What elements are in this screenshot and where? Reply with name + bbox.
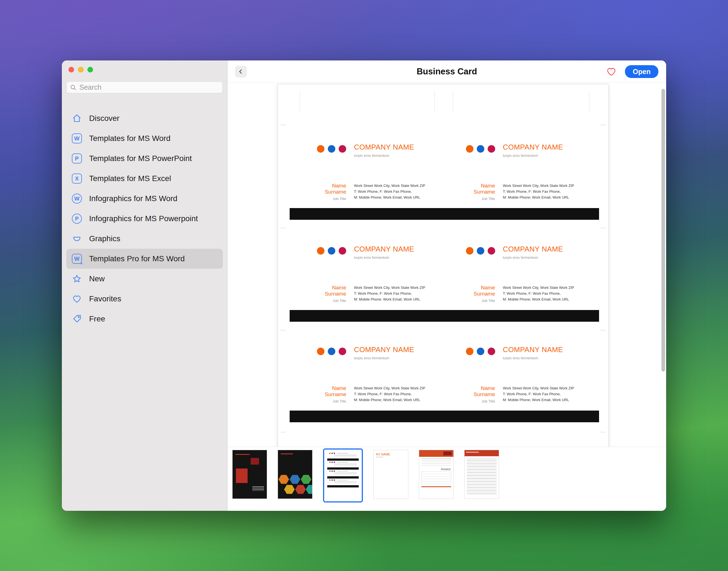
phone-line: T: Work Phone, F: Work Fax Phone, [354, 291, 460, 296]
sidebar-nav: Discover W Templates for MS Word P Templ… [66, 108, 223, 329]
sidebar-item-favorites[interactable]: Favorites [66, 289, 223, 309]
sidebar-item-label: Infographics for MS Word [89, 194, 177, 203]
address-line: Work Street Work City, Work State Work Z… [354, 183, 460, 189]
window-controls [69, 67, 93, 73]
word-plus-icon: W + [71, 253, 83, 264]
template-thumbnail-6[interactable] [464, 450, 499, 499]
excel-square-icon: X [71, 173, 83, 184]
company-name: COMPANY NAME [503, 345, 609, 354]
person-name: Name Surname [460, 183, 495, 195]
word-square-icon: W [71, 133, 83, 144]
search-field[interactable] [66, 81, 223, 93]
template-thumbnail-1[interactable] [232, 450, 267, 499]
phone-line: T: Work Phone, F: Work Fax Phone, [354, 189, 460, 195]
zoom-button[interactable] [88, 67, 93, 73]
brand-dots-icon [460, 247, 495, 255]
sidebar-item-label: Graphics [89, 234, 120, 243]
minimize-button[interactable] [78, 67, 84, 73]
search-input[interactable] [79, 83, 219, 91]
phone-line: T: Work Phone, F: Work Fax Phone, [354, 391, 460, 397]
sidebar-item-graphics[interactable]: Graphics [66, 229, 223, 249]
business-card-preview: COMPANY NAME turpis eros fermentum Name … [311, 345, 460, 403]
job-title: Job Title [460, 299, 495, 303]
job-title: Job Title [460, 197, 495, 201]
guide-line [453, 91, 453, 112]
sidebar: Discover W Templates for MS Word P Templ… [62, 61, 228, 511]
sidebar-item-label: Free [89, 315, 105, 323]
card-sheet-divider [290, 310, 599, 322]
sidebar-item-label: Discover [89, 114, 119, 123]
house-icon [71, 113, 83, 124]
brand-dots-icon [460, 348, 495, 355]
job-title: Job Title [460, 399, 495, 403]
mobile-line: M: Mobile Phone; Work Email, Work URL [503, 195, 609, 200]
app-window: Discover W Templates for MS Word P Templ… [62, 61, 666, 511]
job-title: Job Title [311, 197, 346, 201]
crop-mark [280, 432, 286, 432]
crop-mark [600, 432, 606, 432]
sidebar-item-free[interactable]: Free [66, 309, 223, 329]
brand-dots-icon [311, 145, 346, 153]
main-panel: Business Card Open [228, 61, 666, 511]
card-row: COMPANY NAME turpis eros fermentum Name … [278, 345, 608, 422]
sidebar-item-infographics-word[interactable]: W Infographics for MS Word [66, 189, 223, 209]
guide-line [435, 91, 435, 112]
company-tagline: turpis eros fermentum [354, 255, 460, 260]
sidebar-item-infographics-powerpoint[interactable]: P Infographics for MS Powerpoint [66, 209, 223, 229]
card-row: COMPANY NAME turpis eros fermentum Name … [278, 245, 608, 322]
job-title: Job Title [311, 399, 346, 403]
powerpoint-circle-icon: P [71, 213, 83, 224]
mobile-line: M: Mobile Phone; Work Email, Work URL [503, 397, 609, 403]
card-row: COMPANY NAME turpis eros fermentum Name … [278, 143, 608, 220]
favorite-heart-button[interactable] [606, 67, 617, 77]
scrollbar-thumb[interactable] [661, 89, 665, 371]
crop-mark [600, 125, 606, 125]
crop-mark [600, 330, 606, 330]
sidebar-item-templates-word[interactable]: W Templates for MS Word [66, 128, 223, 148]
sidebar-item-new[interactable]: New [66, 269, 223, 289]
business-card-preview: COMPANY NAME turpis eros fermentum Name … [311, 245, 460, 303]
sidebar-item-templates-excel[interactable]: X Templates for MS Excel [66, 168, 223, 189]
phone-line: T: Work Phone, F: Work Fax Phone, [503, 291, 609, 296]
sidebar-item-label: Templates for MS Excel [89, 174, 171, 183]
company-name: COMPANY NAME [354, 345, 460, 354]
sidebar-item-discover[interactable]: Discover [66, 108, 223, 128]
page-title: Business Card [228, 67, 666, 77]
company-tagline: turpis eros fermentum [503, 255, 609, 260]
sidebar-item-templates-pro-word[interactable]: W + Templates Pro for MS Word [66, 249, 223, 269]
template-thumbnail-5[interactable]: Invoice [419, 450, 454, 499]
close-button[interactable] [69, 67, 74, 73]
document-page: COMPANY NAME turpis eros fermentum Name … [278, 84, 609, 447]
company-tagline: turpis eros fermentum [354, 153, 460, 158]
template-thumbnail-3-selected[interactable] [323, 448, 363, 502]
scrollbar-track[interactable] [661, 86, 665, 443]
card-sheet-divider [290, 411, 599, 422]
thumbnail-strip: NY NAME Invoice [228, 447, 666, 511]
star-icon [71, 273, 83, 284]
brand-dots-icon [311, 247, 346, 255]
crop-mark [280, 125, 286, 125]
company-name: COMPANY NAME [503, 245, 609, 253]
sidebar-item-templates-powerpoint[interactable]: P Templates for MS PowerPoint [66, 148, 223, 168]
guide-line [589, 91, 589, 112]
letterhead-title: NY NAME [376, 453, 406, 456]
mobile-line: M: Mobile Phone; Work Email, Work URL [503, 296, 609, 302]
brand-dots-icon [460, 145, 495, 153]
person-name: Name Surname [460, 385, 495, 397]
company-name: COMPANY NAME [354, 143, 460, 151]
powerpoint-square-icon: P [71, 153, 83, 164]
open-button[interactable]: Open [625, 65, 658, 78]
card-sheet-divider [290, 208, 599, 220]
sidebar-item-label: Templates for MS PowerPoint [89, 154, 192, 163]
tag-icon [71, 313, 83, 325]
job-title: Job Title [311, 299, 346, 303]
template-thumbnail-4[interactable]: NY NAME [373, 450, 408, 499]
template-thumbnail-2[interactable] [278, 450, 313, 499]
heart-icon [606, 67, 617, 77]
mobile-line: M: Mobile Phone; Work Email, Work URL [354, 195, 460, 200]
address-line: Work Street Work City, Work State Work Z… [503, 385, 609, 391]
sidebar-item-label: New [89, 274, 105, 283]
company-tagline: turpis eros fermentum [503, 356, 609, 360]
company-tagline: turpis eros fermentum [503, 153, 609, 158]
person-name: Name Surname [460, 285, 495, 297]
